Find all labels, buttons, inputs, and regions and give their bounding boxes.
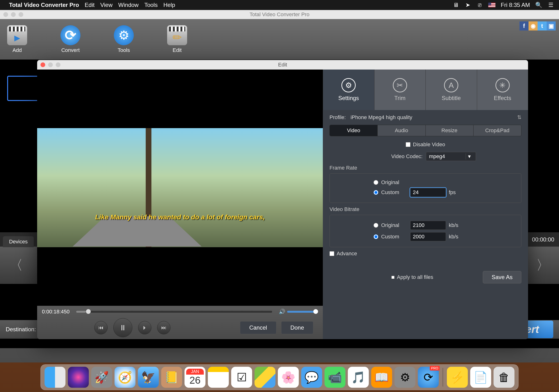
toolbar-add[interactable]: Add bbox=[7, 25, 27, 53]
dock-maps-icon[interactable] bbox=[254, 367, 275, 388]
devices-next-icon[interactable]: 〉 bbox=[536, 256, 550, 274]
dock-contacts-icon[interactable]: 📒 bbox=[161, 367, 182, 388]
volume-track[interactable] bbox=[287, 311, 318, 313]
apply-all-checkbox[interactable] bbox=[391, 276, 394, 279]
segment-control: Video Audio Resize Crop&Pad bbox=[329, 125, 521, 136]
tab-trim-label: Trim bbox=[394, 95, 405, 102]
dock: 🚀 🧭 🦅 📒 JAN26 ☑ 🌸 💬 📹 🎵 📖 ⚙ ⟳PRO ⚡ 📄 🗑 bbox=[40, 364, 519, 390]
main-traffic-lights bbox=[3, 12, 23, 17]
dock-ibooks-icon[interactable]: 📖 bbox=[371, 367, 392, 388]
framerate-group: Original Custom fps bbox=[329, 173, 521, 203]
devices-tab[interactable]: Devices bbox=[3, 236, 34, 247]
menu-view[interactable]: View bbox=[100, 2, 113, 8]
seg-audio[interactable]: Audio bbox=[377, 125, 425, 136]
tab-effects[interactable]: ✳Effects bbox=[477, 70, 528, 110]
instagram-icon[interactable]: ◉ bbox=[529, 21, 538, 30]
camera-icon[interactable]: ▣ bbox=[547, 21, 556, 30]
edit-close-button[interactable] bbox=[40, 62, 45, 67]
main-window-titlebar: Total Video Converter Pro bbox=[0, 10, 559, 19]
dock-sysprefs-icon[interactable]: ⚙ bbox=[394, 367, 415, 388]
br-custom-radio[interactable] bbox=[373, 234, 378, 239]
dock-siri-icon[interactable] bbox=[68, 367, 89, 388]
cancel-button[interactable]: Cancel bbox=[240, 321, 276, 334]
search-icon[interactable]: 🔍 bbox=[535, 2, 542, 8]
facebook-icon[interactable]: f bbox=[520, 21, 529, 30]
pause-button[interactable]: ⏸ bbox=[113, 318, 132, 337]
dock-converter-icon[interactable]: ⟳PRO bbox=[418, 367, 439, 388]
br-original-radio[interactable] bbox=[373, 223, 378, 228]
main-close-button[interactable] bbox=[3, 12, 8, 17]
fr-original-label: Original bbox=[381, 179, 407, 186]
br-unit-1: kb/s bbox=[449, 222, 463, 228]
video-codec-select[interactable]: mpeg4 ▾ bbox=[426, 152, 476, 161]
display-icon[interactable]: 🖥 bbox=[453, 2, 459, 8]
tab-subtitle[interactable]: ASubtitle bbox=[425, 70, 477, 110]
edit-zoom-button[interactable] bbox=[56, 62, 60, 67]
skip-forward-button[interactable]: ⏭ bbox=[157, 321, 170, 334]
fr-original-radio[interactable] bbox=[373, 180, 378, 185]
tab-settings[interactable]: ⚙Settings bbox=[323, 70, 374, 110]
save-as-button[interactable]: Save As bbox=[483, 271, 521, 283]
volume-icon[interactable]: 🔊 bbox=[279, 309, 285, 315]
toolbar-tools[interactable]: Tools bbox=[114, 25, 134, 53]
dock-trash-icon[interactable]: 🗑 bbox=[494, 367, 514, 388]
play-next-button[interactable]: ⏵ bbox=[138, 321, 151, 334]
seg-crop[interactable]: Crop&Pad bbox=[473, 125, 521, 136]
dock-cal-day: 26 bbox=[189, 375, 201, 386]
tab-trim[interactable]: ✂Trim bbox=[374, 70, 426, 110]
dock-calendar-icon[interactable]: JAN26 bbox=[185, 367, 205, 388]
dock-finder-icon[interactable] bbox=[45, 367, 65, 388]
dock-notes-icon[interactable] bbox=[208, 367, 229, 388]
menubar: Total Video Converter Pro Edit View Wind… bbox=[0, 0, 559, 10]
dock-launchpad-icon[interactable]: 🚀 bbox=[91, 367, 112, 388]
menu-help[interactable]: Help bbox=[163, 2, 175, 8]
br-original-input[interactable] bbox=[410, 221, 446, 230]
done-button[interactable]: Done bbox=[281, 321, 313, 334]
seg-video[interactable]: Video bbox=[330, 125, 377, 136]
menu-window[interactable]: Window bbox=[118, 2, 139, 8]
playback-track[interactable] bbox=[76, 311, 272, 313]
profile-select[interactable]: iPhone Mpeg4 high quality bbox=[350, 114, 512, 121]
playback-handle[interactable] bbox=[86, 309, 91, 314]
disable-video-checkbox[interactable] bbox=[406, 142, 410, 147]
playback-controls: 0:00:18:450 🔊 ⏮ ⏸ ⏵ ⏭ bbox=[37, 306, 323, 339]
main-window-title: Total Video Converter Pro bbox=[250, 11, 309, 18]
br-custom-input[interactable] bbox=[410, 232, 446, 241]
video-subtitle: Like Manny said he wanted to do a lot of… bbox=[95, 213, 265, 221]
toolbar-convert[interactable]: Convert bbox=[60, 25, 81, 53]
cursor-icon[interactable]: ➤ bbox=[465, 2, 471, 8]
seg-resize[interactable]: Resize bbox=[425, 125, 473, 136]
main-zoom-button[interactable] bbox=[19, 12, 23, 17]
dock-safari-icon[interactable]: 🧭 bbox=[114, 367, 135, 388]
volume-handle[interactable] bbox=[313, 309, 318, 314]
toolbar-edit[interactable]: Edit bbox=[167, 25, 187, 53]
fr-custom-input[interactable] bbox=[410, 188, 446, 197]
menubar-clock[interactable]: Fri 8:35 AM bbox=[501, 2, 530, 8]
profile-stepper-icon[interactable]: ⇅ bbox=[517, 114, 521, 121]
dock-document-icon[interactable]: 📄 bbox=[470, 367, 491, 388]
menubar-app-name[interactable]: Total Video Converter Pro bbox=[9, 2, 79, 8]
skip-back-button[interactable]: ⏮ bbox=[94, 321, 108, 334]
video-frame: Like Manny said he wanted to do a lot of… bbox=[37, 128, 323, 247]
edit-minimize-button[interactable] bbox=[48, 62, 53, 67]
dock-itunes-icon[interactable]: 🎵 bbox=[348, 367, 369, 388]
airplay-icon[interactable]: ⎚ bbox=[476, 2, 483, 8]
dock-photos-icon[interactable]: 🌸 bbox=[278, 367, 299, 388]
list-icon[interactable]: ☰ bbox=[548, 2, 554, 8]
fr-custom-radio[interactable] bbox=[373, 190, 378, 195]
menu-edit[interactable]: Edit bbox=[85, 2, 94, 8]
edit-titlebar: Edit bbox=[37, 60, 528, 70]
twitter-icon[interactable]: t bbox=[538, 21, 547, 30]
menu-tools[interactable]: Tools bbox=[144, 2, 158, 8]
framerate-title: Frame Rate bbox=[329, 165, 521, 171]
advance-label: Advance bbox=[337, 251, 357, 257]
advance-checkbox[interactable] bbox=[329, 251, 334, 256]
dock-shock-icon[interactable]: ⚡ bbox=[447, 367, 468, 388]
dock-mail-icon[interactable]: 🦅 bbox=[138, 367, 159, 388]
dock-reminders-icon[interactable]: ☑ bbox=[231, 367, 252, 388]
main-minimize-button[interactable] bbox=[11, 12, 16, 17]
dock-messages-icon[interactable]: 💬 bbox=[301, 367, 322, 388]
flag-us-icon[interactable] bbox=[488, 3, 495, 7]
devices-prev-icon[interactable]: 〈 bbox=[9, 256, 23, 274]
dock-facetime-icon[interactable]: 📹 bbox=[325, 367, 345, 388]
